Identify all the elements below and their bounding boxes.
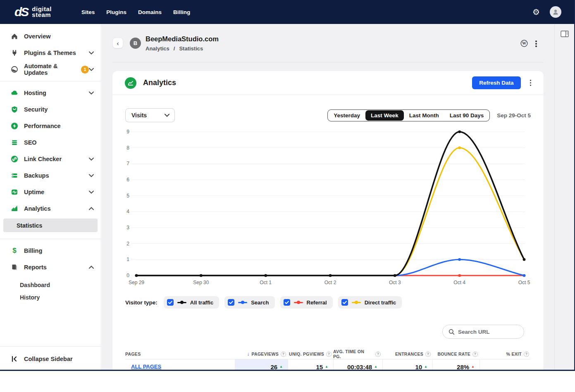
site-avatar: B [130,38,141,49]
header-divider [112,62,544,62]
person-icon [552,9,559,15]
help-icon[interactable]: ? [281,352,286,357]
svg-text:Oct 5: Oct 5 [518,280,530,285]
sidebar-item-uptime[interactable]: Uptime [0,184,101,200]
column-header-avg-time[interactable]: AVG. TIME ON PG.? [333,349,382,359]
range-yesterday[interactable]: Yesterday [328,110,365,121]
chevron-down-icon [89,91,94,95]
window-edge-bottom [0,370,575,371]
top-nav: Sites Plugins Domains Billing [81,9,190,15]
nav-billing[interactable]: Billing [173,9,190,15]
svg-text:Sep 29: Sep 29 [129,280,144,285]
nav-domains[interactable]: Domains [138,9,162,15]
refresh-data-button[interactable]: Refresh Data [472,76,520,89]
series-line-icon [352,301,361,304]
sidebar-item-performance[interactable]: Performance [0,118,101,134]
legend-label: Visitor type: [125,299,157,306]
checkbox-checked-icon[interactable] [228,299,234,306]
cell-uniq-pgviews: 15▲ [288,359,333,371]
search-icon [449,329,455,335]
sidebar-item-statistics[interactable]: Statistics [3,219,98,232]
svg-text:Oct 2: Oct 2 [324,280,336,285]
toggle-panel-icon[interactable] [560,29,570,39]
column-header-exit[interactable]: % EXIT? [480,349,531,359]
panel-menu-kebab-icon[interactable] [530,80,532,86]
legend-toggle-direct-traffic[interactable]: Direct traffic [338,296,402,309]
brand-monogram-icon: dS [14,5,28,19]
sidebar-item-hosting[interactable]: Hosting [0,85,101,101]
brand-logo[interactable]: dS digital steam [14,5,52,19]
sidebar-item-analytics[interactable]: Analytics [0,200,101,217]
legend-toggle-search[interactable]: Search [224,296,274,309]
sidebar-item-overview[interactable]: Overview [0,28,101,45]
collapse-sidebar-button[interactable]: Collapse Sidebar [0,346,101,371]
gear-icon[interactable]: ⚙ [532,8,540,16]
sidebar-divider [0,239,101,239]
chevron-down-icon [89,174,94,177]
column-header-bounce-rate[interactable]: BOUNCE RATE? [432,349,480,359]
sidebar-item-history[interactable]: History [0,291,101,304]
chevron-down-icon [89,157,94,161]
nav-sites[interactable]: Sites [81,9,95,15]
visits-line-chart: 0123456789Sep 29Sep 30Oct 1Oct 2Oct 3Oct… [125,126,531,289]
checkbox-checked-icon[interactable] [284,299,290,306]
svg-text:7: 7 [126,161,129,166]
series-line-icon [294,301,303,304]
analytics-chart-icon [11,205,18,212]
column-header-entrances[interactable]: ENTRANCES? [382,349,432,359]
all-pages-link[interactable]: ALL PAGES [131,363,161,370]
site-menu-kebab-icon[interactable] [535,40,537,47]
nav-plugins[interactable]: Plugins [106,9,126,15]
sidebar-item-backups[interactable]: Backups [0,167,101,184]
collapse-icon [11,355,18,363]
top-bar: dS digital steam Sites Plugins Domains B… [0,0,575,24]
sidebar-item-seo[interactable]: SEO [0,134,101,151]
cell-bounce-rate: 28%▲ [432,359,480,371]
help-icon[interactable]: ? [472,352,478,357]
help-icon[interactable]: ? [375,352,381,357]
chevron-up-icon [89,207,94,210]
help-icon[interactable]: ? [326,352,332,357]
svg-text:3: 3 [126,225,129,230]
series-line-icon [238,301,247,304]
breadcrumb-analytics[interactable]: Analytics [146,45,169,52]
legend-toggle-all-traffic[interactable]: All traffic [164,296,219,309]
lightning-icon [11,122,18,130]
range-last-month[interactable]: Last Month [404,110,444,121]
sort-desc-icon: ↓ [247,351,249,357]
help-icon[interactable]: ? [524,352,529,357]
checkbox-checked-icon[interactable] [341,299,348,306]
shield-icon [11,106,18,113]
right-rail [554,24,574,371]
svg-text:8: 8 [126,145,129,151]
sidebar-item-billing[interactable]: $ Billing [0,242,101,259]
seo-layers-icon [11,139,18,146]
sidebar-item-plugins-themes[interactable]: Plugins & Themes [0,45,101,61]
legend-toggle-referral[interactable]: Referral [280,296,333,309]
column-header-uniq-pgviews[interactable]: UNIQ. PGVIEWS? [288,349,333,359]
sidebar-item-automate-updates[interactable]: Automate & Updates 1 [0,61,101,78]
back-button[interactable]: ‹ [112,38,123,48]
range-last-90-days[interactable]: Last 90 Days [444,110,489,121]
analytics-circle-icon [125,77,136,89]
main-content: ‹ B BeepMediaStudio.com Analytics / Stat… [102,24,554,371]
sidebar-item-link-checker[interactable]: Link Checker [0,151,101,167]
sidebar-item-dashboard[interactable]: Dashboard [0,279,101,291]
table-row: ALL PAGES 26▲ 15▲ 00:03:48▲ 10▲ 28%▲ [125,359,531,371]
column-header-pageviews[interactable]: ↓ PAGEVIEWS ? [235,349,288,359]
cell-pageviews: 26▲ [235,359,288,371]
user-avatar[interactable] [550,6,561,18]
chevron-down-icon [165,114,169,117]
sidebar-item-reports[interactable]: Reports [0,259,101,276]
checkbox-checked-icon[interactable] [167,299,174,306]
sidebar-item-security[interactable]: Security [0,101,101,118]
metric-select[interactable]: Visits [125,108,175,122]
search-url-input[interactable] [458,329,516,335]
chevron-up-icon [89,266,94,269]
wordpress-icon[interactable]: W [520,40,528,47]
search-url-box [442,325,524,339]
help-icon[interactable]: ? [425,352,431,357]
svg-text:6: 6 [126,177,129,183]
range-last-week[interactable]: Last Week [365,110,404,121]
column-header-pages[interactable]: PAGES [125,349,235,359]
